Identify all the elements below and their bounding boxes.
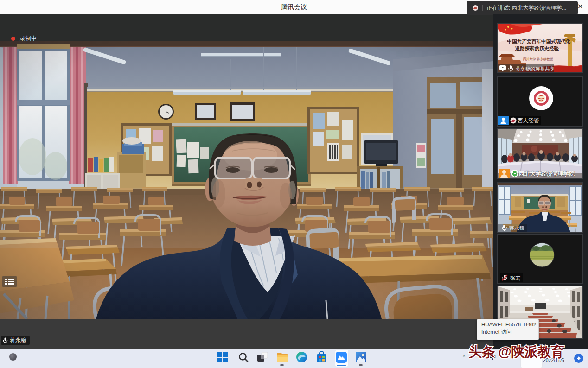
svg-text:道路探索的历史经验: 道路探索的历史经验 (515, 45, 559, 51)
svg-text:西大经管: 西大经管 (518, 118, 539, 123)
svg-text:蒋永穆的屏幕共享: 蒋永穆的屏幕共享 (515, 66, 555, 71)
svg-text:蒋永穆: 蒋永穆 (509, 225, 524, 231)
svg-text:四川大学 蒋永穆教授: 四川大学 蒋永穆教授 (523, 57, 553, 61)
svg-text:中国共产党百年中国式现代化: 中国共产党百年中国式现代化 (507, 38, 571, 44)
svg-text:西北大学经济管理学院: 西北大学经济管理学院 (518, 171, 575, 177)
svg-text:张宏: 张宏 (510, 275, 520, 281)
